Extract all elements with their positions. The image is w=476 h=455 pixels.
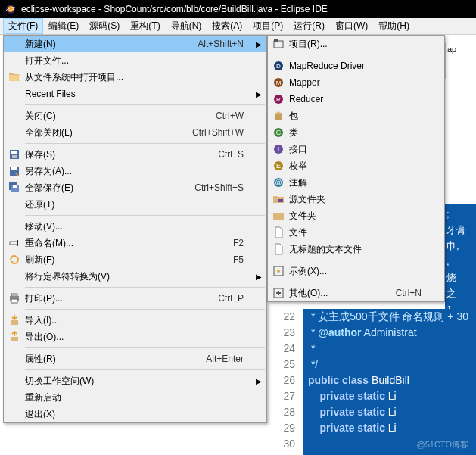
blank-icon (5, 196, 23, 213)
menu-item-label: 示例(X)... (288, 265, 426, 278)
code-line[interactable]: * (303, 341, 476, 357)
new-submenu-item-15[interactable]: 示例(X)... (268, 263, 444, 279)
menu-item-label: 新建(N) (23, 38, 198, 51)
svg-rect-15 (11, 299, 17, 303)
new-submenu-item-13[interactable]: 无标题的文本文件 (268, 241, 444, 257)
file-menu-item-14[interactable]: 重命名(M)...F2 (4, 235, 266, 251)
interface-icon: I (269, 141, 288, 157)
export-icon (5, 329, 23, 345)
new-submenu-item-3[interactable]: MMapper (268, 74, 444, 91)
blank-icon (5, 268, 23, 285)
new-submenu-item-0[interactable]: 项目(R)... (268, 36, 444, 52)
code-lines[interactable]: * 安主成500千文件 命名规则 + 30 * @author Administ… (303, 309, 476, 455)
file-menu-item-2[interactable]: 从文件系统中打开项目... (4, 69, 266, 86)
menubar-item-2[interactable]: 源码(S) (84, 18, 125, 34)
new-submenu-item-10[interactable]: 源文件夹 (268, 191, 444, 207)
menubar-item-1[interactable]: 编辑(E) (43, 18, 84, 34)
code-line[interactable]: */ (303, 357, 476, 372)
file-menu-separator (25, 104, 265, 105)
code-line[interactable]: private static Li (303, 404, 476, 420)
file-menu-item-9[interactable]: 另存为(A)... (4, 163, 266, 179)
file-menu-item-18[interactable]: 打印(P)...Ctrl+P (4, 290, 266, 307)
file-menu-item-10[interactable]: 全部保存(E)Ctrl+Shift+S (4, 179, 266, 196)
menu-item-label: 无标题的文本文件 (288, 243, 426, 256)
file-menu-item-11[interactable]: 还原(T) (4, 196, 266, 213)
menu-item-label: 退出(X) (23, 408, 248, 421)
menu-item-label: 还原(T) (23, 198, 248, 211)
menu-item-label: 注解 (288, 176, 426, 189)
svg-text:I: I (278, 145, 280, 153)
file-menu-item-6[interactable]: 全部关闭(L)Ctrl+Shift+W (4, 124, 266, 141)
file-menu-separator (25, 347, 265, 348)
code-line[interactable]: private static Li (303, 420, 476, 436)
watermark: @51CTO博客 (417, 439, 468, 450)
menubar-item-8[interactable]: 窗口(W) (330, 18, 373, 34)
new-submenu-item-12[interactable]: 文件 (268, 224, 444, 241)
svg-rect-11 (10, 242, 17, 245)
line-number: 30 (267, 436, 295, 452)
code-line[interactable]: public class BuildBill (303, 372, 476, 388)
menu-item-label: 全部关闭(L) (23, 126, 192, 139)
code-fragment-line: 牙膏 (446, 222, 474, 238)
project-icon (269, 36, 288, 52)
enum-icon: E (269, 157, 288, 174)
code-fragment-line: 烧 (446, 270, 474, 285)
menu-item-label: Reducer (288, 94, 426, 104)
menubar-item-9[interactable]: 帮助(H) (373, 18, 415, 34)
new-submenu-item-17[interactable]: 其他(O)...Ctrl+N (268, 285, 444, 301)
menu-item-label: 接口 (288, 143, 426, 156)
new-submenu-item-9[interactable]: @注解 (268, 174, 444, 191)
file-menu-item-3[interactable]: Recent Files▶ (4, 86, 266, 102)
submenu-arrow-icon: ▶ (256, 273, 262, 281)
menu-item-label: 文件 (288, 226, 426, 239)
menubar-item-5[interactable]: 搜索(A) (207, 18, 247, 34)
code-fragment-line: ; (446, 206, 474, 222)
file-menu-item-21[interactable]: 导出(O)... (4, 329, 266, 345)
menubar-item-4[interactable]: 导航(N) (166, 18, 207, 34)
file-menu-item-23[interactable]: 属性(R)Alt+Enter (4, 351, 266, 367)
menu-item-label: Recent Files (23, 89, 248, 99)
new-submenu-item-7[interactable]: I接口 (268, 141, 444, 157)
menu-item-label: 导入(I)... (23, 314, 248, 327)
new-submenu-item-6[interactable]: C类 (268, 124, 444, 141)
svg-rect-5 (12, 155, 17, 158)
new-submenu-item-5[interactable]: 包 (268, 108, 444, 124)
menubar-item-7[interactable]: 运行(R) (288, 18, 330, 34)
file-menu-item-16[interactable]: 将行定界符转换为(V)▶ (4, 268, 266, 285)
reducer-icon: R (269, 91, 288, 108)
file-menu-item-20[interactable]: 导入(I)... (4, 312, 266, 329)
new-submenu-item-4[interactable]: RReducer (268, 91, 444, 108)
file-menu-item-5[interactable]: 关闭(C)Ctrl+W (4, 108, 266, 124)
file-menu-item-8[interactable]: 保存(S)Ctrl+S (4, 146, 266, 163)
menu-item-shortcut: Ctrl+Shift+W (192, 127, 248, 138)
code-line[interactable]: * @author Administrat (303, 325, 476, 341)
file-menu-item-27[interactable]: 退出(X) (4, 406, 266, 422)
menu-item-label: 其他(O)... (288, 287, 396, 300)
code-fragment-right: ;牙膏巾,,烧之1 (445, 204, 476, 309)
code-line[interactable]: private static Li (303, 388, 476, 404)
code-editor[interactable]: 222324252627282930 * 安主成500千文件 命名规则 + 30… (267, 309, 476, 455)
menu-item-label: 项目(R)... (288, 38, 426, 51)
file-menu-item-13[interactable]: 移动(V)... (4, 218, 266, 235)
svg-rect-13 (11, 294, 17, 296)
menubar-item-0[interactable]: 文件(F) (3, 18, 43, 34)
file-menu-item-1[interactable]: 打开文件... (4, 52, 266, 69)
other-icon (269, 285, 288, 301)
svg-text:D: D (276, 63, 281, 70)
new-submenu-item-8[interactable]: E枚举 (268, 157, 444, 174)
svg-rect-26 (275, 114, 282, 120)
menubar-item-3[interactable]: 重构(T) (125, 18, 165, 34)
code-line[interactable]: * 安主成500千文件 命名规则 + 30 (303, 309, 476, 325)
file-icon (269, 224, 288, 241)
new-submenu-item-2[interactable]: DMapReduce Driver (268, 58, 444, 74)
titlebar: eclipse-workspace - ShopCount/src/com/bl… (0, 0, 476, 18)
menubar-item-6[interactable]: 项目(P) (247, 18, 288, 34)
file-menu-item-25[interactable]: 切换工作空间(W)▶ (4, 372, 266, 389)
save-icon (5, 146, 23, 163)
code-fragment-line: 巾, (446, 238, 474, 254)
file-menu-item-26[interactable]: 重新启动 (4, 389, 266, 406)
file-menu-item-15[interactable]: 刷新(F)F5 (4, 251, 266, 268)
new-submenu-item-11[interactable]: 文件夹 (268, 207, 444, 224)
svg-text:C: C (276, 129, 282, 136)
file-menu-item-0[interactable]: 新建(N)Alt+Shift+N▶ (4, 36, 266, 52)
